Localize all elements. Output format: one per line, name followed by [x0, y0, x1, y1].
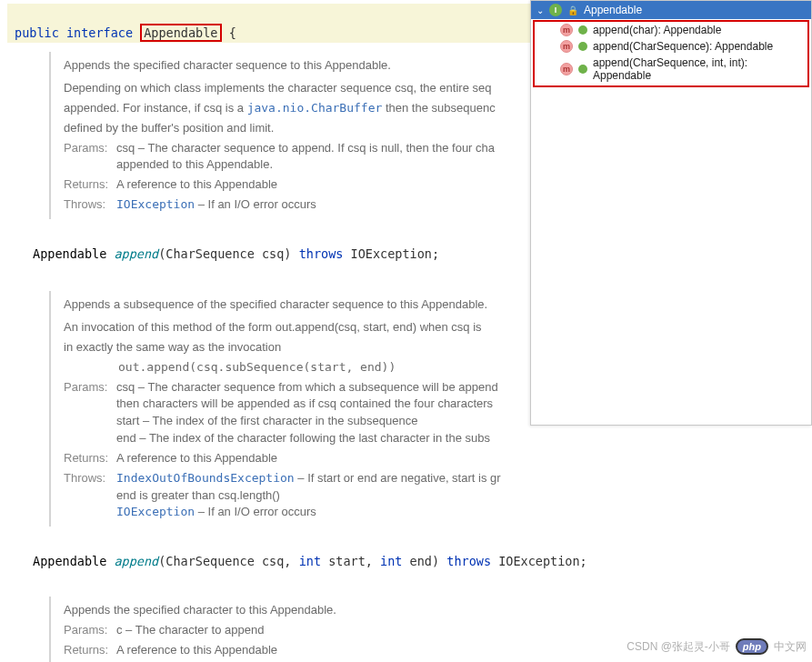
interface-name-highlight: Appendable: [140, 24, 221, 42]
public-icon: [578, 25, 587, 35]
public-icon: [578, 65, 587, 74]
method-signature-2[interactable]: Appendable append(CharSequence csq, int …: [7, 532, 812, 571]
structure-item-label: append(char): Appendable: [593, 24, 721, 36]
doc-summary: Appends the specified character to this …: [64, 602, 695, 619]
php-badge-icon: php: [736, 638, 768, 655]
method-icon: m: [560, 63, 573, 75]
doc-link-charbuffer[interactable]: java.nio.CharBuffer: [247, 101, 383, 115]
keyword-public: public: [15, 25, 59, 40]
method-icon: m: [560, 40, 573, 53]
brace-open: {: [229, 25, 236, 40]
doc-link-ioexception[interactable]: IOException: [116, 505, 195, 518]
structure-item[interactable]: m append(char): Appendable: [535, 22, 807, 38]
public-icon: [578, 42, 587, 51]
method-icon: m: [560, 24, 573, 36]
structure-item-label: append(CharSequence): Appendable: [593, 40, 773, 53]
structure-root-label: Appendable: [584, 4, 642, 16]
javadoc-block-3: Appends the specified character to this …: [49, 597, 704, 662]
doc-link-ioobe[interactable]: IndexOutOfBoundsException: [116, 471, 295, 485]
doc-returns: Returns: A reference to this Appendable: [64, 642, 695, 659]
structure-popup[interactable]: ⌄ I 🔒 Appendable m append(char): Appenda…: [530, 0, 812, 426]
keyword-interface: interface: [66, 25, 133, 40]
watermark: CSDN @张起灵-小哥 php 中文网: [627, 638, 807, 655]
structure-methods-highlight: m append(char): Appendable m append(Char…: [533, 20, 809, 87]
doc-link-ioexception[interactable]: IOException: [116, 197, 195, 211]
doc-returns: Returns: A reference to this Appendable: [64, 450, 695, 467]
structure-root[interactable]: ⌄ I 🔒 Appendable: [531, 1, 811, 19]
doc-params: Params: c – The character to append: [64, 622, 695, 639]
chevron-down-icon[interactable]: ⌄: [536, 5, 544, 15]
lock-icon: 🔒: [567, 5, 578, 15]
structure-item[interactable]: m append(CharSequence, int, int): Append…: [535, 55, 807, 84]
structure-item[interactable]: m append(CharSequence): Appendable: [535, 38, 807, 55]
doc-throws: Throws: IndexOutOfBoundsException – If s…: [64, 470, 695, 522]
interface-icon: I: [549, 4, 562, 16]
structure-item-label: append(CharSequence, int, int): Appendab…: [593, 56, 802, 82]
